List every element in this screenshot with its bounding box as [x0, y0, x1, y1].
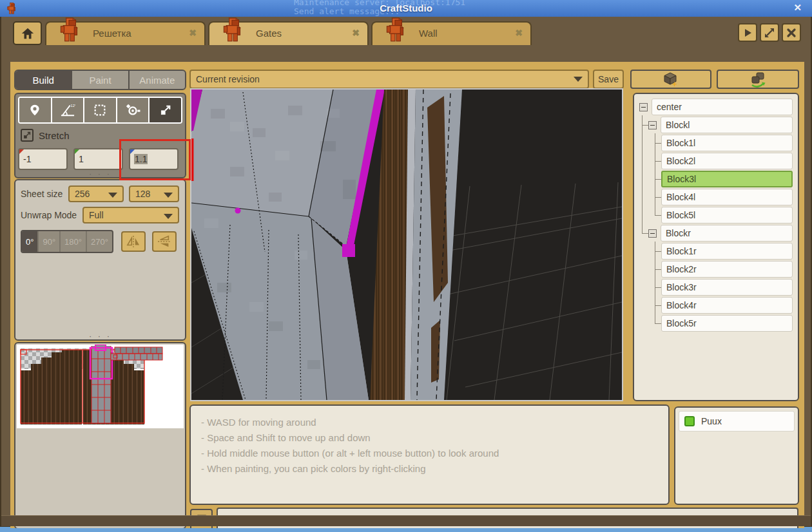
tree-item-block3l[interactable]: Block3l — [634, 170, 798, 188]
tree-item-block4r[interactable]: Block4r — [634, 296, 798, 314]
tree-item-block2l[interactable]: Block2l — [634, 152, 798, 170]
revision-dropdown[interactable]: Current revision — [189, 70, 589, 89]
tab-label: Решетка — [93, 28, 131, 39]
flip-vertical-button[interactable] — [152, 231, 177, 252]
x-axis-marker — [19, 149, 24, 154]
stretch-tool-button[interactable] — [150, 98, 181, 122]
tab-bar: Решетка ✖ Gates ✖ Wall ✖ — [1, 21, 811, 45]
sheet-width-dropdown[interactable]: 256 — [68, 185, 124, 202]
tree-connector — [655, 269, 661, 270]
selected-tree-item: Block3l — [661, 171, 793, 187]
rotate-90-button[interactable]: 90° — [39, 231, 61, 252]
mode-build-button[interactable]: Build — [15, 71, 72, 89]
add-block-icon: + — [662, 71, 679, 88]
y-axis-marker — [75, 149, 79, 154]
protractor-icon: 12° — [60, 103, 75, 117]
help-line: - When painting, you can pick colors by … — [201, 461, 658, 477]
tree-item-block4l[interactable]: Block4l — [634, 188, 798, 206]
add-block-button[interactable]: + — [630, 70, 711, 89]
mode-animate-button[interactable]: Animate — [130, 71, 185, 89]
texture-atlas-preview[interactable] — [17, 345, 184, 428]
select-tool-button[interactable] — [84, 98, 117, 122]
model-icon — [385, 16, 406, 43]
tree-item-block2r[interactable]: Block2r — [634, 260, 798, 278]
chevron-down-icon — [164, 214, 173, 219]
tree-item-center[interactable]: center — [634, 98, 798, 116]
red-edge-marker — [191, 138, 194, 181]
rotate-180-button[interactable]: 180° — [61, 231, 87, 252]
tab-close-icon[interactable]: ✖ — [189, 28, 197, 38]
content-area: Build Paint Animate 12° — [10, 62, 804, 532]
tree-item-block1r[interactable]: Block1r — [634, 242, 798, 260]
collapse-icon[interactable] — [648, 121, 657, 129]
duplicate-block-button[interactable] — [717, 70, 799, 89]
flip-horizontal-button[interactable] — [121, 231, 146, 252]
texture-preview-panel[interactable] — [14, 342, 186, 529]
tree-item-block1l[interactable]: Block1l — [634, 134, 798, 152]
mode-paint-button[interactable]: Paint — [72, 71, 129, 89]
sheet-size-label: Sheet size — [21, 189, 68, 199]
tree-item-block5r[interactable]: Block5r — [634, 314, 798, 332]
sheet-height-dropdown[interactable]: 128 — [129, 185, 179, 202]
help-line: - Space and Shift to move up and down — [201, 430, 658, 446]
home-icon — [21, 26, 35, 41]
tab-label: Gates — [256, 28, 282, 39]
collapse-icon[interactable] — [639, 103, 648, 111]
rotate-270-button[interactable]: 270° — [87, 231, 112, 252]
tree-item-blockl[interactable]: Blockl — [634, 116, 798, 134]
help-line: - WASD for moving around — [201, 415, 658, 430]
tree-connector — [655, 215, 661, 216]
tool-row: 12° — [18, 97, 182, 124]
launch-icon — [764, 27, 775, 39]
chevron-down-icon — [108, 193, 117, 198]
stretch-y-input[interactable]: 1 — [73, 148, 123, 170]
tree-connector — [642, 125, 648, 126]
tab-close-icon[interactable]: ✖ — [515, 28, 523, 38]
viewport-3d[interactable] — [190, 88, 623, 401]
tab-wall[interactable]: Wall ✖ — [371, 21, 532, 45]
unwrap-mode-label: Unwrap Mode — [21, 210, 82, 220]
tab-label: Wall — [419, 28, 438, 39]
stretch-icon-small — [21, 129, 34, 142]
window-close-icon[interactable]: ✕ — [793, 2, 802, 14]
play-button[interactable] — [738, 23, 757, 42]
window-bottom-frame — [1, 515, 811, 526]
tree-item-block3r[interactable]: Block3r — [634, 278, 798, 296]
help-panel: - WASD for moving around - Space and Shi… — [189, 404, 670, 505]
mode-switcher: Build Paint Animate — [14, 70, 186, 90]
move-pin-icon — [28, 104, 41, 117]
tree-connector — [655, 179, 661, 180]
tab-reshetka[interactable]: Решетка ✖ — [45, 21, 206, 45]
close-tab-button[interactable] — [782, 23, 801, 42]
rotate-0-button[interactable]: 0° — [22, 231, 39, 252]
panel-resize-handle[interactable]: · · · — [15, 333, 185, 339]
chevron-down-icon — [574, 77, 583, 82]
launch-button[interactable] — [760, 23, 779, 42]
flip-vertical-icon — [157, 235, 171, 248]
save-button[interactable]: Save — [593, 70, 624, 89]
move-tool-button[interactable] — [19, 98, 52, 122]
tree-item-blockr[interactable]: Blockr — [634, 224, 798, 242]
tree-item-block5l[interactable]: Block5l — [634, 206, 798, 224]
titlebar[interactable]: Maintenance server: localhost:1751 Send … — [0, 0, 812, 17]
rotation-group: 0° 90° 180° 270° — [21, 230, 113, 253]
unwrap-mode-dropdown[interactable]: Full — [82, 207, 179, 223]
scene-tree: center Blockl Block1l Block2l Block3l — [633, 93, 799, 401]
model-icon — [59, 16, 80, 43]
orbit-tool-button[interactable] — [117, 98, 150, 122]
tab-gates[interactable]: Gates ✖ — [208, 21, 369, 45]
stretch-label: Stretch — [39, 130, 70, 141]
collapse-icon[interactable] — [648, 229, 657, 238]
home-button[interactable] — [13, 21, 42, 45]
tree-connector — [655, 143, 661, 144]
tree-connector — [642, 233, 648, 234]
stretch-x-input[interactable]: -1 — [18, 148, 68, 170]
window-title: CraftStudio — [0, 3, 812, 14]
model-icon — [222, 16, 243, 43]
texture-options-panel: Sheet size 256 128 Unwrap Mode Full 0° 9… — [14, 179, 186, 341]
tab-close-icon[interactable]: ✖ — [352, 28, 360, 38]
user-color-swatch — [684, 416, 695, 426]
flip-horizontal-icon — [126, 235, 140, 248]
user-row[interactable]: Puux — [679, 411, 795, 432]
rotate-tool-button[interactable]: 12° — [52, 98, 85, 122]
